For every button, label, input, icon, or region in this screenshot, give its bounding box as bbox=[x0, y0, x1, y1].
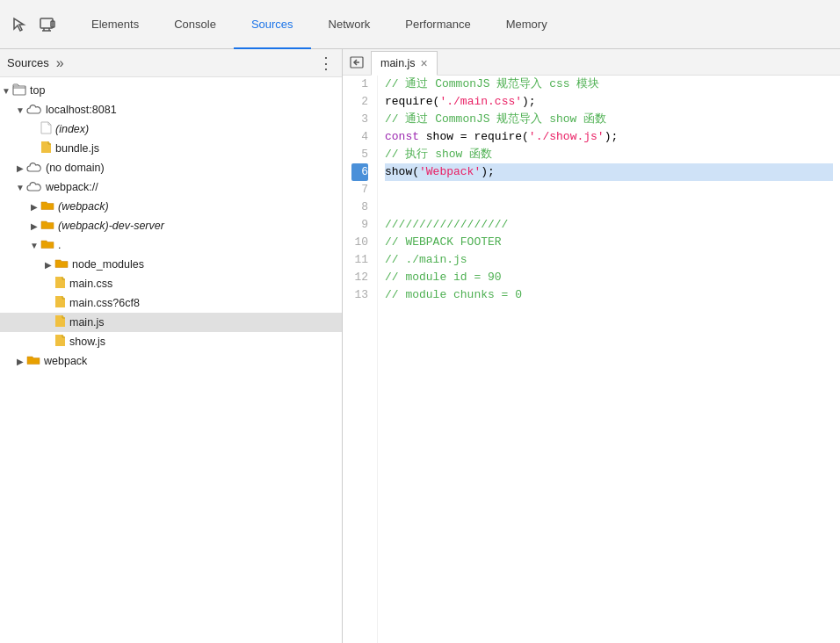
expand-arrow-icon bbox=[14, 105, 26, 115]
line-number: 6 bbox=[351, 163, 368, 181]
code-line: // 通过 CommonJS 规范导入 css 模块 bbox=[385, 76, 833, 93]
code-line: require('./main.css'); bbox=[385, 93, 833, 111]
file-tree: toplocalhost:8081(index)bundle.js(no dom… bbox=[0, 77, 342, 643]
tree-label: . bbox=[58, 239, 61, 251]
tree-label: node_modules bbox=[72, 258, 144, 271]
tab-network[interactable]: Network bbox=[311, 1, 388, 49]
line-number: 7 bbox=[351, 181, 368, 199]
line-number: 4 bbox=[351, 128, 368, 146]
tree-label: localhost:8081 bbox=[46, 104, 117, 116]
tree-item-node_modules[interactable]: node_modules bbox=[0, 255, 342, 274]
file-icon bbox=[54, 295, 66, 311]
device-icon[interactable] bbox=[35, 12, 60, 37]
expand-arrow-icon bbox=[14, 183, 26, 192]
code-area: 12345678910111213 // 通过 CommonJS 规范导入 cs… bbox=[343, 76, 840, 643]
code-line: // 执行 show 函数 bbox=[385, 146, 833, 163]
tree-item-show-js[interactable]: show.js bbox=[0, 332, 342, 351]
tree-item-main-js[interactable]: main.js bbox=[0, 313, 342, 332]
code-line: // module id = 90 bbox=[385, 269, 833, 286]
expand-arrow-icon bbox=[28, 241, 40, 250]
tab-performance[interactable]: Performance bbox=[387, 1, 488, 49]
file-icon bbox=[40, 141, 52, 156]
tab-sources[interactable]: Sources bbox=[234, 1, 311, 49]
folder-icon bbox=[40, 199, 54, 213]
file-white-icon bbox=[40, 121, 52, 137]
code-line: // ./main.js bbox=[385, 251, 833, 269]
tree-item-webpack-pkg[interactable]: (webpack) bbox=[0, 197, 342, 216]
file-icon bbox=[54, 276, 66, 292]
tree-label: (webpack)-dev-server bbox=[58, 220, 164, 232]
cloud-icon bbox=[26, 180, 42, 195]
sidebar-title: Sources bbox=[7, 56, 49, 69]
line-number: 3 bbox=[351, 111, 368, 128]
tree-item-bundle[interactable]: bundle.js bbox=[0, 139, 342, 158]
code-line: const show = require('./show.js'); bbox=[385, 128, 833, 146]
code-line: // module chunks = 0 bbox=[385, 286, 833, 304]
code-line: // 通过 CommonJS 规范导入 show 函数 bbox=[385, 111, 833, 128]
sidebar: Sources » ⋮ toplocalhost:8081(index)bund… bbox=[0, 49, 343, 643]
line-number: 1 bbox=[351, 76, 368, 93]
cloud-icon bbox=[26, 103, 42, 118]
sidebar-header: Sources » ⋮ bbox=[0, 49, 342, 77]
code-line: ////////////////// bbox=[385, 216, 833, 234]
collapse-arrow-icon bbox=[28, 202, 40, 212]
tree-item-index[interactable]: (index) bbox=[0, 119, 342, 139]
tree-label: main.js bbox=[69, 316, 105, 329]
tree-label: bundle.js bbox=[55, 142, 99, 155]
file-icon bbox=[54, 314, 66, 330]
tree-item-dot[interactable]: . bbox=[0, 235, 342, 255]
toolbar-icon-group bbox=[7, 12, 60, 37]
tree-label: show.js bbox=[69, 336, 105, 348]
cloud-icon bbox=[26, 161, 42, 176]
tab-console[interactable]: Console bbox=[156, 1, 234, 49]
tab-memory[interactable]: Memory bbox=[489, 1, 565, 49]
top-toolbar: Elements Console Sources Network Perform… bbox=[0, 0, 840, 49]
collapse-arrow-icon bbox=[42, 260, 54, 270]
tree-item-webpack-dev[interactable]: (webpack)-dev-server bbox=[0, 216, 342, 235]
collapse-arrow-icon bbox=[14, 163, 26, 173]
file-icon bbox=[54, 334, 66, 350]
tree-item-webpack-root[interactable]: webpack bbox=[0, 351, 342, 371]
tree-label: webpack:// bbox=[46, 181, 98, 193]
tree-item-main-css-hash[interactable]: main.css?6cf8 bbox=[0, 293, 342, 313]
tree-label: main.css bbox=[69, 278, 112, 290]
code-panel: main.js × 12345678910111213 // 通过 Common… bbox=[343, 49, 840, 643]
line-number: 13 bbox=[351, 286, 368, 304]
code-line: show('Webpack'); bbox=[385, 163, 833, 181]
tree-label: (index) bbox=[55, 123, 89, 135]
tree-label: webpack bbox=[44, 355, 87, 367]
line-number: 11 bbox=[351, 251, 368, 269]
sidebar-menu-button[interactable]: ⋮ bbox=[318, 54, 335, 73]
line-number: 9 bbox=[351, 216, 368, 234]
nav-back-button[interactable] bbox=[346, 52, 367, 73]
code-line bbox=[385, 181, 833, 199]
folder-icon bbox=[54, 257, 69, 271]
code-line: // WEBPACK FOOTER bbox=[385, 234, 833, 251]
line-number: 10 bbox=[351, 234, 368, 251]
tab-elements[interactable]: Elements bbox=[74, 1, 156, 49]
folder-icon bbox=[40, 238, 54, 252]
cursor-icon[interactable] bbox=[7, 12, 32, 37]
expand-arrow-icon bbox=[0, 86, 12, 96]
sidebar-expand-icon[interactable]: » bbox=[56, 55, 64, 71]
main-layout: Sources » ⋮ toplocalhost:8081(index)bund… bbox=[0, 49, 840, 643]
folder-page-icon bbox=[12, 83, 26, 98]
line-number: 5 bbox=[351, 146, 368, 163]
line-number: 2 bbox=[351, 93, 368, 111]
tree-item-webpack[interactable]: webpack:// bbox=[0, 177, 342, 197]
top-nav-tabs: Elements Console Sources Network Perform… bbox=[74, 0, 565, 48]
tree-item-top[interactable]: top bbox=[0, 81, 342, 100]
tree-label: top bbox=[30, 84, 45, 97]
tree-item-localhost[interactable]: localhost:8081 bbox=[0, 100, 342, 119]
tree-label: main.css?6cf8 bbox=[69, 297, 140, 309]
collapse-arrow-icon bbox=[28, 221, 40, 231]
code-tab-label: main.js bbox=[380, 57, 416, 69]
code-tab-main-js[interactable]: main.js × bbox=[371, 51, 438, 76]
code-line bbox=[385, 199, 833, 216]
tree-item-nodomain[interactable]: (no domain) bbox=[0, 158, 342, 177]
code-tab-close-icon[interactable]: × bbox=[421, 56, 428, 70]
tree-item-main-css[interactable]: main.css bbox=[0, 274, 342, 293]
folder-icon bbox=[40, 219, 54, 233]
folder-icon bbox=[26, 354, 40, 368]
line-numbers: 12345678910111213 bbox=[343, 76, 378, 643]
